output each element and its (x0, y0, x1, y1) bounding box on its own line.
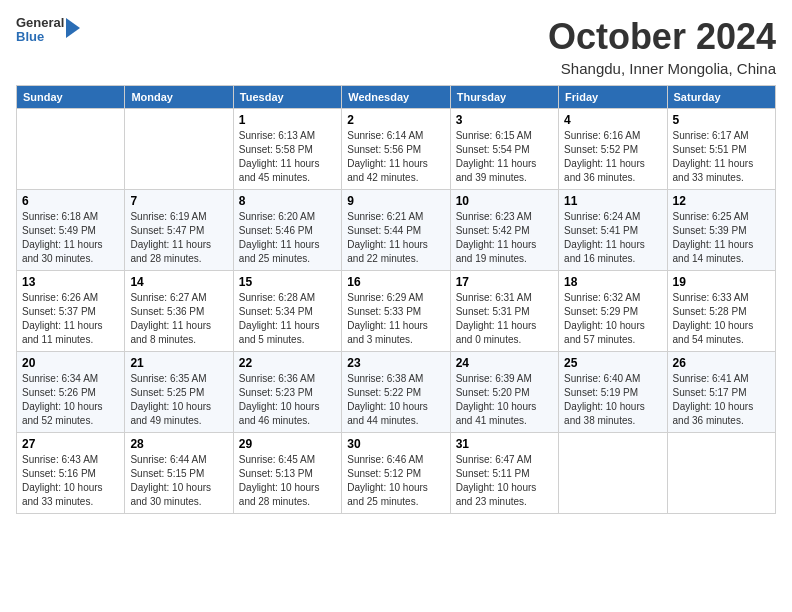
day-info: Sunrise: 6:33 AM Sunset: 5:28 PM Dayligh… (673, 291, 770, 347)
day-info: Sunrise: 6:41 AM Sunset: 5:17 PM Dayligh… (673, 372, 770, 428)
day-info: Sunrise: 6:29 AM Sunset: 5:33 PM Dayligh… (347, 291, 444, 347)
calendar-cell: 2Sunrise: 6:14 AM Sunset: 5:56 PM Daylig… (342, 109, 450, 190)
day-number: 9 (347, 194, 444, 208)
day-number: 3 (456, 113, 553, 127)
day-number: 21 (130, 356, 227, 370)
calendar-cell: 9Sunrise: 6:21 AM Sunset: 5:44 PM Daylig… (342, 190, 450, 271)
logo-blue: Blue (16, 30, 64, 44)
calendar-week-row: 6Sunrise: 6:18 AM Sunset: 5:49 PM Daylig… (17, 190, 776, 271)
day-number: 26 (673, 356, 770, 370)
day-number: 31 (456, 437, 553, 451)
day-number: 6 (22, 194, 119, 208)
column-header-friday: Friday (559, 86, 667, 109)
column-header-thursday: Thursday (450, 86, 558, 109)
calendar-cell: 14Sunrise: 6:27 AM Sunset: 5:36 PM Dayli… (125, 271, 233, 352)
day-info: Sunrise: 6:39 AM Sunset: 5:20 PM Dayligh… (456, 372, 553, 428)
header: General Blue October 2024 Shangdu, Inner… (16, 16, 776, 77)
calendar-cell: 17Sunrise: 6:31 AM Sunset: 5:31 PM Dayli… (450, 271, 558, 352)
calendar-cell: 22Sunrise: 6:36 AM Sunset: 5:23 PM Dayli… (233, 352, 341, 433)
day-number: 22 (239, 356, 336, 370)
calendar-cell: 27Sunrise: 6:43 AM Sunset: 5:16 PM Dayli… (17, 433, 125, 514)
day-number: 25 (564, 356, 661, 370)
day-info: Sunrise: 6:16 AM Sunset: 5:52 PM Dayligh… (564, 129, 661, 185)
calendar-cell: 24Sunrise: 6:39 AM Sunset: 5:20 PM Dayli… (450, 352, 558, 433)
day-info: Sunrise: 6:45 AM Sunset: 5:13 PM Dayligh… (239, 453, 336, 509)
day-number: 5 (673, 113, 770, 127)
calendar-cell (17, 109, 125, 190)
calendar-cell: 1Sunrise: 6:13 AM Sunset: 5:58 PM Daylig… (233, 109, 341, 190)
day-number: 15 (239, 275, 336, 289)
calendar-cell: 13Sunrise: 6:26 AM Sunset: 5:37 PM Dayli… (17, 271, 125, 352)
day-info: Sunrise: 6:44 AM Sunset: 5:15 PM Dayligh… (130, 453, 227, 509)
day-number: 11 (564, 194, 661, 208)
calendar-cell (125, 109, 233, 190)
calendar-week-row: 1Sunrise: 6:13 AM Sunset: 5:58 PM Daylig… (17, 109, 776, 190)
day-info: Sunrise: 6:24 AM Sunset: 5:41 PM Dayligh… (564, 210, 661, 266)
day-info: Sunrise: 6:32 AM Sunset: 5:29 PM Dayligh… (564, 291, 661, 347)
calendar-cell: 5Sunrise: 6:17 AM Sunset: 5:51 PM Daylig… (667, 109, 775, 190)
day-number: 30 (347, 437, 444, 451)
calendar-cell: 4Sunrise: 6:16 AM Sunset: 5:52 PM Daylig… (559, 109, 667, 190)
day-number: 13 (22, 275, 119, 289)
day-info: Sunrise: 6:14 AM Sunset: 5:56 PM Dayligh… (347, 129, 444, 185)
day-number: 2 (347, 113, 444, 127)
day-number: 4 (564, 113, 661, 127)
calendar-table: SundayMondayTuesdayWednesdayThursdayFrid… (16, 85, 776, 514)
day-number: 17 (456, 275, 553, 289)
day-number: 12 (673, 194, 770, 208)
calendar-cell: 3Sunrise: 6:15 AM Sunset: 5:54 PM Daylig… (450, 109, 558, 190)
day-info: Sunrise: 6:17 AM Sunset: 5:51 PM Dayligh… (673, 129, 770, 185)
calendar-cell: 23Sunrise: 6:38 AM Sunset: 5:22 PM Dayli… (342, 352, 450, 433)
day-info: Sunrise: 6:31 AM Sunset: 5:31 PM Dayligh… (456, 291, 553, 347)
day-info: Sunrise: 6:36 AM Sunset: 5:23 PM Dayligh… (239, 372, 336, 428)
day-info: Sunrise: 6:34 AM Sunset: 5:26 PM Dayligh… (22, 372, 119, 428)
day-info: Sunrise: 6:43 AM Sunset: 5:16 PM Dayligh… (22, 453, 119, 509)
calendar-week-row: 27Sunrise: 6:43 AM Sunset: 5:16 PM Dayli… (17, 433, 776, 514)
day-number: 8 (239, 194, 336, 208)
day-number: 28 (130, 437, 227, 451)
day-info: Sunrise: 6:35 AM Sunset: 5:25 PM Dayligh… (130, 372, 227, 428)
day-info: Sunrise: 6:27 AM Sunset: 5:36 PM Dayligh… (130, 291, 227, 347)
day-info: Sunrise: 6:47 AM Sunset: 5:11 PM Dayligh… (456, 453, 553, 509)
day-number: 29 (239, 437, 336, 451)
day-info: Sunrise: 6:23 AM Sunset: 5:42 PM Dayligh… (456, 210, 553, 266)
calendar-cell: 18Sunrise: 6:32 AM Sunset: 5:29 PM Dayli… (559, 271, 667, 352)
day-number: 10 (456, 194, 553, 208)
calendar-cell: 25Sunrise: 6:40 AM Sunset: 5:19 PM Dayli… (559, 352, 667, 433)
day-number: 7 (130, 194, 227, 208)
calendar-cell: 11Sunrise: 6:24 AM Sunset: 5:41 PM Dayli… (559, 190, 667, 271)
calendar-week-row: 13Sunrise: 6:26 AM Sunset: 5:37 PM Dayli… (17, 271, 776, 352)
calendar-cell: 26Sunrise: 6:41 AM Sunset: 5:17 PM Dayli… (667, 352, 775, 433)
day-number: 24 (456, 356, 553, 370)
day-number: 1 (239, 113, 336, 127)
calendar-week-row: 20Sunrise: 6:34 AM Sunset: 5:26 PM Dayli… (17, 352, 776, 433)
day-info: Sunrise: 6:26 AM Sunset: 5:37 PM Dayligh… (22, 291, 119, 347)
logo-text: General Blue (16, 16, 64, 45)
logo-general: General (16, 16, 64, 30)
day-number: 27 (22, 437, 119, 451)
day-info: Sunrise: 6:28 AM Sunset: 5:34 PM Dayligh… (239, 291, 336, 347)
calendar-cell: 7Sunrise: 6:19 AM Sunset: 5:47 PM Daylig… (125, 190, 233, 271)
day-info: Sunrise: 6:46 AM Sunset: 5:12 PM Dayligh… (347, 453, 444, 509)
calendar-cell: 20Sunrise: 6:34 AM Sunset: 5:26 PM Dayli… (17, 352, 125, 433)
day-info: Sunrise: 6:21 AM Sunset: 5:44 PM Dayligh… (347, 210, 444, 266)
day-number: 19 (673, 275, 770, 289)
day-number: 18 (564, 275, 661, 289)
day-info: Sunrise: 6:40 AM Sunset: 5:19 PM Dayligh… (564, 372, 661, 428)
column-header-tuesday: Tuesday (233, 86, 341, 109)
day-info: Sunrise: 6:19 AM Sunset: 5:47 PM Dayligh… (130, 210, 227, 266)
logo: General Blue (16, 16, 80, 45)
day-number: 14 (130, 275, 227, 289)
day-info: Sunrise: 6:38 AM Sunset: 5:22 PM Dayligh… (347, 372, 444, 428)
column-header-monday: Monday (125, 86, 233, 109)
calendar-cell: 10Sunrise: 6:23 AM Sunset: 5:42 PM Dayli… (450, 190, 558, 271)
day-number: 23 (347, 356, 444, 370)
calendar-cell: 15Sunrise: 6:28 AM Sunset: 5:34 PM Dayli… (233, 271, 341, 352)
location-title: Shangdu, Inner Mongolia, China (548, 60, 776, 77)
logo-arrow-icon (66, 18, 80, 38)
calendar-cell: 19Sunrise: 6:33 AM Sunset: 5:28 PM Dayli… (667, 271, 775, 352)
column-header-sunday: Sunday (17, 86, 125, 109)
title-block: October 2024 Shangdu, Inner Mongolia, Ch… (548, 16, 776, 77)
calendar-header-row: SundayMondayTuesdayWednesdayThursdayFrid… (17, 86, 776, 109)
calendar-cell: 6Sunrise: 6:18 AM Sunset: 5:49 PM Daylig… (17, 190, 125, 271)
